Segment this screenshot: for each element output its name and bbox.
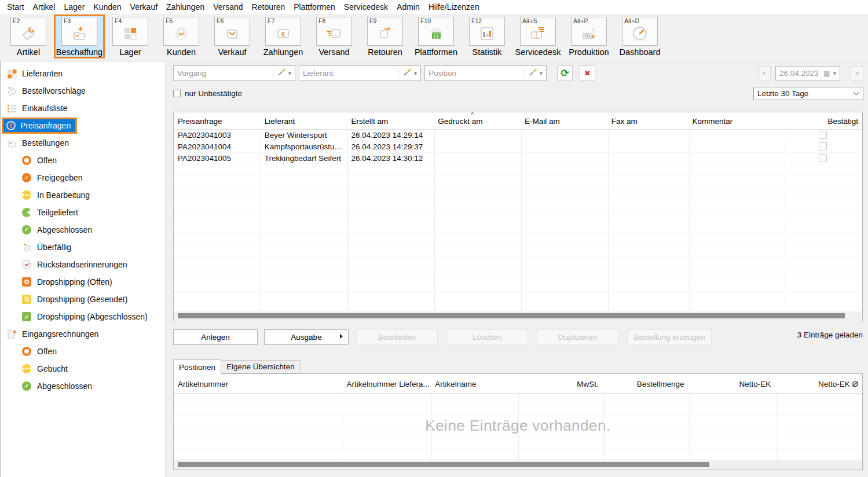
sidebar-item-dropshipping-gesendet[interactable]: Dropshipping (Gesendet) bbox=[1, 291, 166, 308]
toolbar-versand-button[interactable]: F8 Versand bbox=[309, 14, 360, 58]
refresh-button[interactable]: ⟳ bbox=[557, 65, 573, 81]
sidebar-item-einkaufsliste[interactable]: Einkaufsliste bbox=[1, 100, 166, 117]
column-header-artikelnummer-lieferant[interactable]: Artikelnummer Liefera... bbox=[343, 374, 431, 393]
column-divider bbox=[434, 130, 435, 311]
filter-dropdown-caret[interactable]: ▼ bbox=[287, 71, 292, 76]
bestaetigt-checkbox[interactable] bbox=[819, 154, 827, 162]
toolbar-statistik-button[interactable]: F12 Statistik bbox=[462, 14, 512, 58]
column-header-bestellmenge[interactable]: Bestellmenge bbox=[603, 374, 688, 393]
tab-eigene-uebersichten[interactable]: Eigene Übersichten bbox=[221, 360, 301, 373]
column-header-artikelnummer[interactable]: Artikelnummer bbox=[174, 374, 343, 393]
ausgabe-button[interactable]: Ausgabe bbox=[264, 329, 349, 345]
menu-zahlungen[interactable]: Zahlungen bbox=[166, 2, 204, 12]
table-row[interactable]: PA2023041003 Beyer Wintersport 26.04.202… bbox=[174, 130, 862, 141]
anlegen-button[interactable]: Anlegen bbox=[173, 329, 258, 345]
menu-artikel[interactable]: Artikel bbox=[33, 2, 56, 12]
status-in-progress-icon: ●●● bbox=[21, 190, 32, 200]
menu-hilfe-lizenzen[interactable]: Hilfe/Lizenzen bbox=[428, 2, 479, 12]
column-header-netto-ek[interactable]: Netto-EK bbox=[688, 374, 775, 393]
filter-wand-icon[interactable] bbox=[529, 68, 537, 79]
sidebar-item-gebucht[interactable]: ●●● Gebucht bbox=[1, 360, 166, 377]
toolbar-servicedesk-button[interactable]: Alt+S Servicedesk bbox=[512, 14, 563, 58]
sidebar-item-dropshipping-offen[interactable]: Dropshipping (Offen) bbox=[1, 273, 166, 291]
table-row[interactable]: PA2023041005 Trekkingbedarf Seifert 26.0… bbox=[174, 153, 862, 164]
sidebar-item-freigegeben[interactable]: ✓ Freigegeben bbox=[1, 169, 166, 186]
sidebar-item-bestellungen[interactable]: Bestellungen bbox=[1, 134, 166, 152]
column-header-mwst[interactable]: MwSt. bbox=[518, 374, 603, 393]
menu-servicedesk[interactable]: Servicedesk bbox=[344, 2, 388, 12]
sidebar-item-rechnungen-offen[interactable]: Offen bbox=[1, 343, 166, 360]
column-header-kommentar[interactable]: Kommentar bbox=[688, 112, 784, 129]
duplizieren-button[interactable]: Duplizieren bbox=[537, 329, 618, 345]
toolbar-button-label: Zahlungen bbox=[263, 47, 303, 57]
tab-positionen[interactable]: Positionen bbox=[173, 359, 221, 374]
column-header-artikelname[interactable]: Artikelname bbox=[431, 374, 518, 393]
sidebar-item-label: Dropshipping (Abgeschlossen) bbox=[37, 312, 148, 321]
clear-filter-button[interactable]: ✖ bbox=[580, 65, 595, 81]
column-header-preisanfrage[interactable]: Preisanfrage bbox=[174, 112, 261, 129]
scrollbar-thumb[interactable] bbox=[178, 313, 845, 318]
bestellung-erzeugen-button[interactable]: Bestellung erzeugen bbox=[627, 329, 712, 345]
sidebar-item-rueckstandserinnerungen[interactable]: Rückstandserinnerungen bbox=[1, 256, 166, 273]
toolbar-verkauf-button[interactable]: F6 Verkauf bbox=[207, 14, 258, 58]
sidebar-item-in-bearbeitung[interactable]: ●●● In Bearbeitung bbox=[1, 186, 166, 204]
bestaetigt-checkbox[interactable] bbox=[819, 142, 827, 151]
position-filter-input[interactable] bbox=[425, 67, 521, 80]
menu-kunden[interactable]: Kunden bbox=[93, 2, 121, 12]
menu-start[interactable]: Start bbox=[7, 2, 24, 12]
column-header-gedruckt-am[interactable]: ^Gedruckt am bbox=[434, 112, 521, 129]
sidebar-item-bestellungen-abgeschlossen[interactable]: ✓ Abgeschlossen bbox=[1, 221, 166, 238]
platforms-cloud-icon bbox=[427, 25, 445, 45]
sidebar-item-teilgeliefert[interactable]: Teilgeliefert bbox=[1, 204, 166, 221]
date-next-button[interactable]: > bbox=[851, 66, 863, 80]
date-picker[interactable]: 26.04.2023 ▦ ▼ bbox=[775, 66, 840, 80]
column-header-erstellt-am[interactable]: Erstellt am bbox=[347, 112, 434, 129]
filter-dropdown-caret[interactable]: ▼ bbox=[413, 71, 418, 76]
menu-verkauf[interactable]: Verkauf bbox=[130, 2, 158, 12]
filter-wand-icon[interactable] bbox=[403, 68, 412, 79]
toolbar-kunden-button[interactable]: F5 Kunden bbox=[156, 14, 207, 58]
toolbar-lager-button[interactable]: F4 Lager bbox=[105, 14, 156, 58]
sidebar-item-ueberfaellig[interactable]: Überfällig bbox=[1, 238, 166, 256]
menu-retouren[interactable]: Retouren bbox=[252, 2, 285, 12]
toolbar-zahlungen-button[interactable]: F7 € Zahlungen bbox=[258, 14, 309, 58]
menu-plattformen[interactable]: Plattformen bbox=[294, 2, 335, 12]
column-header-netto-ek-avg[interactable]: Netto-EK Ø bbox=[775, 374, 862, 393]
filter-dropdown-caret[interactable]: ▼ bbox=[539, 71, 544, 76]
horizontal-scrollbar[interactable] bbox=[174, 311, 862, 320]
sidebar-item-preisanfragen[interactable]: € Preisanfragen bbox=[1, 117, 166, 134]
table-row[interactable]: PA2023041004 Kampfsportausrüstu... 26.04… bbox=[174, 141, 862, 153]
sidebar-item-bestellungen-offen[interactable]: Offen bbox=[1, 152, 166, 169]
column-header-email-am[interactable]: E-Mail am bbox=[521, 112, 607, 129]
menu-versand[interactable]: Versand bbox=[213, 2, 243, 12]
lieferant-filter-input[interactable] bbox=[299, 67, 395, 80]
scrollbar-thumb[interactable] bbox=[178, 462, 709, 467]
menu-lager[interactable]: Lager bbox=[64, 2, 85, 12]
toolbar-plattformen-button[interactable]: F10 Plattformen bbox=[411, 14, 462, 58]
vorgang-filter-input[interactable] bbox=[174, 67, 269, 80]
sidebar-item-bestellvorschlaege[interactable]: Bestellvorschläge bbox=[1, 82, 166, 100]
menu-admin[interactable]: Admin bbox=[397, 2, 420, 12]
sidebar-item-dropshipping-abgeschlossen[interactable]: ✓ Dropshipping (Abgeschlossen) bbox=[1, 308, 166, 325]
toolbar-produktion-button[interactable]: Alt+P Produktion bbox=[563, 14, 614, 58]
column-header-bestaetigt[interactable]: Bestätigt bbox=[783, 112, 862, 129]
sidebar-item-lieferanten[interactable]: Lieferanten bbox=[1, 65, 166, 82]
sidebar-item-rechnungen-abgeschlossen[interactable]: ✓ Abgeschlossen bbox=[1, 377, 166, 395]
toolbar-beschaffung-button[interactable]: F3 Beschaffung bbox=[54, 14, 105, 58]
toolbar-artikel-button[interactable]: F2 Artikel bbox=[3, 14, 54, 58]
horizontal-scrollbar[interactable] bbox=[174, 460, 862, 469]
unconfirmed-checkbox[interactable] bbox=[173, 90, 181, 97]
column-divider bbox=[689, 130, 690, 311]
loeschen-button[interactable]: Löschen bbox=[446, 329, 528, 345]
date-prev-button[interactable]: < bbox=[758, 66, 771, 80]
toolbar-dashboard-button[interactable]: Alt+D Dashboard bbox=[614, 14, 665, 58]
column-header-fax-am[interactable]: Fax am bbox=[607, 112, 688, 129]
date-range-select[interactable]: Letzte 30 Tage bbox=[753, 87, 863, 100]
column-header-lieferant[interactable]: Lieferant bbox=[261, 112, 347, 129]
bearbeiten-button[interactable]: Bearbeiten bbox=[356, 329, 438, 345]
filter-wand-icon[interactable] bbox=[277, 68, 286, 79]
sidebar-item-eingangsrechnungen[interactable]: Eingangsrechnungen bbox=[1, 325, 166, 343]
bestaetigt-checkbox[interactable] bbox=[819, 131, 827, 139]
chevron-down-icon bbox=[854, 90, 859, 96]
toolbar-retouren-button[interactable]: F9 Retouren bbox=[360, 14, 411, 58]
